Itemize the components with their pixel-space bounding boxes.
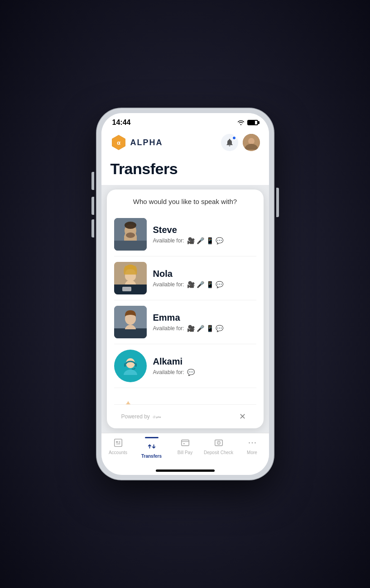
svg-point-32 bbox=[255, 442, 256, 444]
bottom-nav: Accounts Transfers bbox=[101, 433, 269, 466]
svg-point-3 bbox=[248, 138, 255, 144]
agent-item-emma[interactable]: Emma Available for: 🎥 🎤 📱 💬 bbox=[114, 300, 256, 344]
glia-logo-icon: ⓖ glia bbox=[152, 413, 170, 420]
user-avatar[interactable] bbox=[243, 134, 260, 151]
svg-text:ⓖ glia: ⓖ glia bbox=[153, 415, 161, 419]
chat-icon-alkami: 💬 bbox=[187, 369, 195, 376]
transfers-icon bbox=[147, 441, 157, 452]
agent-name-alpha: Alpha Alkami bbox=[153, 404, 256, 405]
agent-item-alpha-alkami[interactable]: Alpha Alkami bbox=[114, 388, 256, 404]
svg-rect-20 bbox=[114, 439, 122, 447]
billpay-icon bbox=[180, 437, 190, 449]
video-icon: 🎥 bbox=[187, 237, 195, 244]
agent-available-nola: Available for: 🎥 🎤 📱 💬 bbox=[153, 281, 256, 288]
svg-text:α: α bbox=[117, 140, 120, 146]
agent-info-alpha: Alpha Alkami bbox=[153, 404, 256, 405]
svg-rect-22 bbox=[118, 441, 120, 441]
agent-info-steve: Steve Available for: 🎥 🎤 📱 💬 bbox=[153, 225, 256, 244]
agent-info-emma: Emma Available for: 🎥 🎤 📱 💬 bbox=[153, 313, 256, 332]
phone-icon-nola: 📱 bbox=[206, 281, 214, 288]
nav-item-transfers[interactable]: Transfers bbox=[135, 437, 168, 459]
wifi-icon bbox=[237, 120, 245, 125]
svg-rect-7 bbox=[114, 241, 147, 251]
phone-icon-emma: 📱 bbox=[206, 325, 214, 332]
chat-icon: 💬 bbox=[216, 237, 223, 244]
emma-portrait bbox=[114, 306, 147, 338]
agent-photo-steve bbox=[114, 218, 147, 251]
status-icons bbox=[237, 120, 258, 125]
nav-item-deposit-check[interactable]: Deposit Check bbox=[202, 437, 235, 459]
app-header: α ALPHA bbox=[101, 129, 269, 156]
chat-card: Who would you like to speak with? bbox=[107, 190, 264, 428]
svg-rect-23 bbox=[118, 442, 120, 443]
status-time: 14:44 bbox=[112, 119, 131, 127]
deposit-check-icon bbox=[214, 437, 224, 449]
accounts-icon bbox=[113, 437, 123, 449]
phone-icon: 📱 bbox=[206, 237, 214, 244]
svg-rect-26 bbox=[183, 443, 185, 444]
accounts-label: Accounts bbox=[109, 450, 127, 455]
powered-by-footer: Powered by ⓖ glia ✕ bbox=[114, 404, 256, 428]
powered-by-text: Powered by ⓖ glia bbox=[121, 413, 170, 420]
agent-name-steve: Steve bbox=[153, 225, 256, 235]
svg-rect-21 bbox=[116, 441, 118, 443]
close-chat-button[interactable]: ✕ bbox=[236, 410, 249, 423]
nola-portrait bbox=[114, 262, 147, 294]
billpay-label: Bill Pay bbox=[178, 450, 192, 455]
svg-point-18 bbox=[126, 358, 135, 368]
svg-rect-15 bbox=[114, 328, 147, 338]
chat-icon-emma: 💬 bbox=[216, 325, 223, 332]
agent-name-emma: Emma bbox=[153, 313, 256, 323]
logo-area: α ALPHA bbox=[111, 134, 163, 151]
agent-item-steve[interactable]: Steve Available for: 🎥 🎤 📱 💬 bbox=[114, 213, 256, 256]
mic-icon: 🎤 bbox=[197, 237, 204, 244]
chat-question: Who would you like to speak with? bbox=[114, 198, 256, 205]
chat-icon-nola: 💬 bbox=[216, 281, 223, 288]
app-logo-icon: α bbox=[111, 134, 127, 151]
agent-name-alkami: Alkami bbox=[153, 356, 256, 367]
nav-item-billpay[interactable]: Bill Pay bbox=[168, 437, 202, 459]
svg-point-31 bbox=[251, 442, 253, 444]
agent-info-alkami: Alkami Available for: 💬 bbox=[153, 356, 256, 376]
more-label: More bbox=[247, 450, 257, 455]
agent-photo-alkami bbox=[114, 350, 147, 382]
logo-text: ALPHA bbox=[130, 138, 163, 147]
agent-available-alkami: Available for: 💬 bbox=[153, 369, 256, 376]
agent-photo-nola bbox=[114, 262, 147, 294]
deposit-check-label: Deposit Check bbox=[204, 450, 233, 455]
nav-item-more[interactable]: More bbox=[235, 437, 269, 459]
main-content: Who would you like to speak with? bbox=[101, 185, 269, 433]
agent-photo-alpha-alkami bbox=[114, 394, 147, 404]
agent-photo-emma bbox=[114, 306, 147, 338]
home-indicator bbox=[101, 466, 269, 475]
mic-icon-nola: 🎤 bbox=[197, 281, 204, 288]
alkami-avatar-icon bbox=[117, 352, 144, 379]
svg-point-9 bbox=[125, 222, 136, 229]
video-icon-emma: 🎥 bbox=[187, 325, 195, 332]
page-title: Transfers bbox=[111, 160, 260, 178]
mic-icon-emma: 🎤 bbox=[197, 325, 204, 332]
agent-available-steve: Available for: 🎥 🎤 📱 💬 bbox=[153, 237, 256, 244]
svg-rect-24 bbox=[116, 444, 120, 444]
svg-rect-25 bbox=[181, 440, 189, 446]
agent-list: Steve Available for: 🎥 🎤 📱 💬 bbox=[114, 213, 256, 404]
status-bar: 14:44 bbox=[101, 113, 269, 129]
nav-item-accounts[interactable]: Accounts bbox=[101, 437, 135, 459]
header-actions bbox=[221, 134, 260, 151]
svg-rect-13 bbox=[122, 287, 131, 291]
transfers-label: Transfers bbox=[141, 454, 162, 459]
phone-device: 14:44 α ALPHA bbox=[97, 109, 274, 479]
agent-available-emma: Available for: 🎥 🎤 📱 💬 bbox=[153, 325, 256, 332]
agent-item-nola[interactable]: Nola Available for: 🎥 🎤 📱 💬 bbox=[114, 256, 256, 300]
page-title-area: Transfers bbox=[101, 156, 269, 185]
steve-portrait bbox=[114, 218, 147, 251]
active-indicator bbox=[145, 437, 159, 438]
agent-info-nola: Nola Available for: 🎥 🎤 📱 💬 bbox=[153, 269, 256, 288]
alpha-alkami-logo bbox=[117, 401, 144, 404]
notification-bell-button[interactable] bbox=[221, 134, 238, 151]
video-icon-nola: 🎥 bbox=[187, 281, 195, 288]
agent-item-alkami[interactable]: Alkami Available for: 💬 bbox=[114, 344, 256, 388]
battery-icon bbox=[247, 120, 258, 125]
notification-dot bbox=[232, 136, 236, 140]
phone-screen: 14:44 α ALPHA bbox=[101, 113, 269, 475]
